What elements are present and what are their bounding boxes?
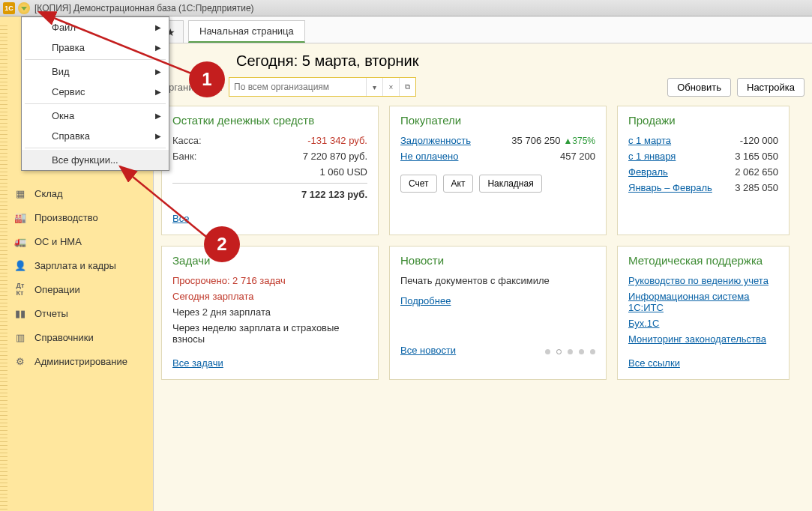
card-news: Новости Печать документов с факсимиле По… (389, 246, 607, 380)
buyers-unpaid-link[interactable]: Не оплачено (400, 151, 458, 162)
submenu-arrow-icon: ▶ (155, 43, 161, 52)
organization-combo[interactable]: ▾ × ⧉ (229, 77, 416, 97)
tabbar: ★ Начальная страница (154, 16, 812, 43)
sidebar-item-reports[interactable]: ▮▮Отчеты (0, 301, 153, 325)
sidebar-item-salary[interactable]: 👤Зарплата и кадры (0, 253, 153, 277)
card-buyers: Покупатели Задолженность35 706 250▲375% … (389, 106, 607, 235)
delta-up-badge: ▲375% (563, 136, 595, 146)
settings-button[interactable]: Настройка (737, 78, 805, 97)
tasks-in2days: Через 2 дня зарплата (172, 306, 271, 318)
sidebar-item-admin[interactable]: ⚙Администрирование (0, 349, 153, 373)
menu-service[interactable]: Сервис▶ (22, 82, 169, 102)
sales-from-mar1-link[interactable]: с 1 марта (628, 135, 671, 146)
news-pager-dots[interactable] (545, 349, 595, 354)
balances-all-link[interactable]: Все (172, 213, 189, 224)
submenu-arrow-icon: ▶ (155, 67, 161, 76)
chart-icon: ▮▮ (13, 307, 27, 319)
organization-input[interactable] (229, 78, 366, 96)
content-area: Сегодня: 5 марта, вторник Организация: ▾… (154, 43, 812, 511)
annotation-2: 2 (204, 226, 240, 262)
app-icon-1c: 1C (3, 2, 15, 14)
refresh-button[interactable]: Обновить (667, 78, 731, 97)
method-its-link[interactable]: Информационная система 1С:ИТС (628, 291, 778, 313)
sales-from-jan1-link[interactable]: с 1 января (628, 151, 676, 162)
combo-clear-icon[interactable]: × (382, 78, 399, 96)
sidebar-item-assets[interactable]: 🚛ОС и НМА (0, 229, 153, 253)
warehouse-icon: ▦ (13, 187, 27, 199)
card-sales: Продажи с 1 марта-120 000 с 1 января3 16… (617, 106, 790, 235)
sidebar-item-warehouse[interactable]: ▦Склад (0, 181, 153, 205)
news-more-link[interactable]: Подробнее (400, 295, 451, 306)
truck-icon: 🚛 (13, 235, 27, 247)
combo-open-icon[interactable]: ⧉ (399, 78, 415, 96)
operations-icon: ДтКт (13, 283, 27, 295)
submenu-arrow-icon: ▶ (155, 88, 161, 96)
sidebar-grip (0, 22, 7, 511)
card-buyers-title: Покупатели (400, 114, 595, 127)
main-menu-dropdown: Файл▶ Правка▶ Вид▶ Сервис▶ Окна▶ Справка… (21, 16, 169, 171)
menu-separator (25, 103, 166, 104)
menu-file[interactable]: Файл▶ (22, 17, 169, 37)
production-icon: 🏭 (13, 211, 27, 223)
news-line: Печать документов с факсимиле (400, 275, 550, 286)
menu-separator (25, 59, 166, 60)
menu-separator (25, 148, 166, 148)
gear-icon: ⚙ (13, 355, 27, 367)
card-method-title: Методическая поддержка (628, 254, 778, 267)
sales-jan-feb-link[interactable]: Январь – Февраль (628, 182, 712, 193)
main-menu-dropdown-button[interactable] (18, 2, 30, 14)
card-method-support: Методическая поддержка Руководство по ве… (617, 246, 790, 380)
nakladnaya-button[interactable]: Накладная (479, 175, 541, 193)
card-tasks: Задачи Просрочено: 2 716 задач Сегодня з… (161, 246, 379, 380)
akt-button[interactable]: Акт (443, 175, 474, 193)
tab-start-page[interactable]: Начальная страница (188, 20, 305, 43)
menu-view[interactable]: Вид▶ (22, 61, 169, 82)
sidebar-item-directories[interactable]: ▥Справочники (0, 325, 153, 349)
card-balances: Остатки денежных средств Касса:-131 342 … (161, 106, 379, 235)
books-icon: ▥ (13, 331, 27, 343)
menu-help[interactable]: Справка▶ (22, 126, 169, 146)
submenu-arrow-icon: ▶ (155, 112, 161, 120)
method-monitoring-link[interactable]: Мониторинг законодательства (628, 333, 766, 345)
sidebar-item-production[interactable]: 🏭Производство (0, 205, 153, 229)
schet-button[interactable]: Счет (400, 175, 437, 193)
sidebar-item-operations[interactable]: ДтКтОперации (0, 277, 153, 301)
window-titlebar: 1C [КОПИЯ] Демонстрационная база (1С:Пре… (0, 0, 812, 16)
submenu-arrow-icon: ▶ (155, 23, 161, 31)
sales-feb-link[interactable]: Февраль (628, 166, 668, 178)
tasks-week: Через неделю зарплата и страховые взносы (172, 322, 367, 345)
card-balances-title: Остатки денежных средств (172, 114, 367, 127)
submenu-arrow-icon: ▶ (155, 132, 161, 140)
menu-edit[interactable]: Правка▶ (22, 37, 169, 58)
tasks-overdue: Просрочено: 2 716 задач (172, 275, 286, 286)
card-tasks-title: Задачи (172, 254, 367, 267)
combo-dropdown-icon[interactable]: ▾ (366, 78, 382, 96)
person-icon: 👤 (13, 259, 27, 271)
method-buh1c-link[interactable]: Бух.1С (628, 318, 659, 329)
menu-windows[interactable]: Окна▶ (22, 106, 169, 126)
menu-all-functions[interactable]: Все функции... (22, 150, 169, 170)
news-all-link[interactable]: Все новости (400, 345, 456, 356)
window-title: [КОПИЯ] Демонстрационная база (1С:Предпр… (34, 3, 254, 13)
annotation-1: 1 (189, 61, 225, 97)
buyers-debt-link[interactable]: Задолженность (400, 135, 471, 146)
card-news-title: Новости (400, 254, 595, 267)
today-heading: Сегодня: 5 марта, вторник (236, 52, 419, 70)
method-guide-link[interactable]: Руководство по ведению учета (628, 275, 769, 286)
tasks-all-link[interactable]: Все задачи (172, 357, 223, 369)
tasks-today-salary: Сегодня зарплата (172, 291, 253, 302)
card-sales-title: Продажи (628, 114, 778, 127)
method-all-link[interactable]: Все ссылки (628, 357, 680, 369)
